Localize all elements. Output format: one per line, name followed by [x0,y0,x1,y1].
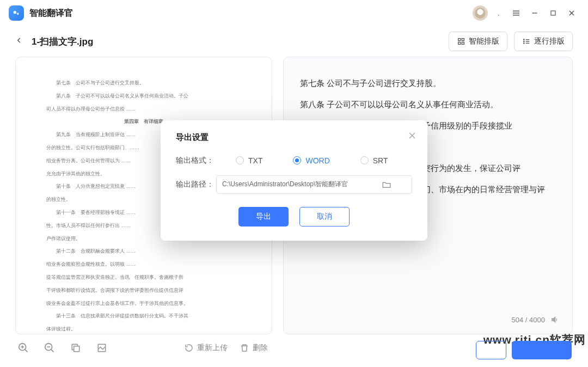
format-row: 输出格式： TXT WORD SRT [176,156,412,166]
export-settings-modal: 导出设置 输出格式： TXT WORD SRT 输出路径： 导出 取消 [161,120,427,241]
modal-overlay: 导出设置 输出格式： TXT WORD SRT 输出路径： 导出 取消 [0,0,588,367]
path-row: 输出路径： [176,175,412,194]
folder-icon[interactable] [382,180,391,189]
format-radio-txt[interactable]: TXT [236,156,262,165]
format-radio-srt[interactable]: SRT [360,156,388,165]
cancel-button[interactable]: 取消 [299,207,350,227]
modal-title: 导出设置 [176,132,412,143]
format-radio-word[interactable]: WORD [293,156,329,165]
close-icon[interactable] [407,130,418,141]
export-button[interactable]: 导出 [238,207,289,227]
